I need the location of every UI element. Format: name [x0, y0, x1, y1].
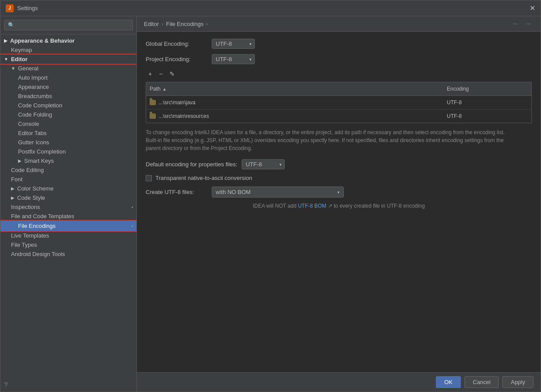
info-text: To change encoding IntelliJ IDEA uses fo…	[146, 128, 507, 152]
close-button[interactable]: ✕	[530, 4, 535, 12]
sidebar-label: Color Scheme	[17, 185, 53, 192]
nav-forward-arrow[interactable]: →	[523, 20, 534, 28]
table-header: Path ▲ Encoding	[146, 82, 531, 96]
create-utf8-select-wrapper: with NO BOM with BOM with BOM (if needed…	[212, 187, 344, 198]
sidebar-label: Android Design Tools	[11, 251, 65, 257]
global-encoding-row: Global Encoding: UTF-8 UTF-16 ISO-8859-1	[146, 39, 532, 49]
table-row[interactable]: ...\src\main\java UTF-8	[146, 96, 531, 110]
breadcrumb-separator: ›	[162, 21, 163, 27]
sidebar-item-console[interactable]: Console	[0, 119, 136, 128]
chevron-right-icon: ▶	[11, 195, 15, 200]
project-encoding-select-wrapper: UTF-8 UTF-16 ISO-8859-1	[212, 54, 255, 64]
chevron-right-icon: ▶	[4, 38, 7, 43]
transparent-conversion-checkbox[interactable]	[146, 175, 152, 181]
sidebar-item-android-design-tools[interactable]: Android Design Tools	[0, 249, 136, 259]
create-utf8-select[interactable]: with NO BOM with BOM with BOM (if needed…	[212, 187, 344, 198]
sidebar-item-appearance-behavior[interactable]: ▶ Appearance & Behavior	[0, 36, 136, 45]
edit-button[interactable]: ✎	[167, 70, 177, 78]
global-encoding-select[interactable]: UTF-8 UTF-16 ISO-8859-1	[212, 39, 255, 49]
create-utf8-label: Create UTF-8 files:	[146, 189, 207, 195]
sidebar-item-file-encodings[interactable]: File Encodings ▪	[0, 221, 136, 231]
sidebar-label: Code Completion	[18, 102, 62, 109]
sidebar-label: Inspections	[11, 204, 40, 210]
sidebar-item-inspections[interactable]: Inspections ▪	[0, 202, 136, 212]
tree-area: ▶ Appearance & Behavior Keymap ▼ Editor …	[0, 34, 136, 377]
bottom-bar: OK Cancel Apply	[137, 372, 541, 392]
default-encoding-select[interactable]: UTF-8 UTF-16 ISO-8859-1	[242, 159, 285, 169]
sort-icon: ▲	[162, 87, 167, 92]
chevron-right-icon: ▶	[11, 186, 15, 191]
sidebar: ▶ Appearance & Behavior Keymap ▼ Editor …	[0, 16, 137, 392]
sidebar-item-code-completion[interactable]: Code Completion	[0, 101, 136, 110]
default-encoding-select-wrapper: UTF-8 UTF-16 ISO-8859-1	[242, 159, 285, 169]
sidebar-label: General	[18, 65, 38, 72]
sidebar-item-file-types[interactable]: File Types	[0, 240, 136, 249]
sidebar-label: Code Editing	[11, 167, 44, 173]
sidebar-item-live-templates[interactable]: Live Templates	[0, 231, 136, 240]
table-row[interactable]: ...\src\main\resources UTF-8	[146, 110, 531, 123]
app-icon: J	[6, 4, 14, 12]
ok-button[interactable]: OK	[436, 376, 461, 388]
sidebar-item-gutter-icons[interactable]: Gutter Icons	[0, 138, 136, 147]
sidebar-item-postfix-completion[interactable]: Postfix Completion	[0, 147, 136, 156]
transparent-conversion-row: Transparent native-to-ascii conversion	[146, 175, 532, 181]
global-encoding-select-wrapper: UTF-8 UTF-16 ISO-8859-1	[212, 39, 255, 49]
sidebar-item-code-style[interactable]: ▶ Code Style	[0, 193, 136, 202]
settings-window: J Settings ✕ ▶ Appearance & Behavior Key…	[0, 0, 541, 392]
sidebar-item-breadcrumbs[interactable]: Breadcrumbs	[0, 92, 136, 101]
sidebar-item-general[interactable]: ▼ General	[0, 64, 136, 73]
main-panel: Editor › File Encodings ▪ ← → Global Enc…	[137, 16, 541, 392]
add-button[interactable]: +	[146, 70, 155, 78]
search-input[interactable]	[4, 20, 133, 30]
sidebar-label: File and Code Templates	[11, 213, 74, 220]
default-encoding-label: Default encoding for properties files:	[146, 161, 237, 168]
toolbar-row: + − ✎	[146, 70, 532, 78]
content-area: ▶ Appearance & Behavior Keymap ▼ Editor …	[0, 16, 541, 392]
sidebar-label: Code Folding	[18, 111, 52, 118]
search-box	[0, 16, 136, 34]
sidebar-bottom: ?	[0, 377, 136, 392]
sidebar-item-editor-tabs[interactable]: Editor Tabs	[0, 128, 136, 138]
breadcrumb-current: File Encodings	[166, 21, 203, 27]
column-header-encoding: Encoding	[443, 84, 531, 94]
sidebar-label: Editor	[11, 56, 28, 62]
sidebar-label: Appearance	[18, 84, 49, 90]
breadcrumb-bar: Editor › File Encodings ▪ ← →	[137, 16, 541, 32]
window-title: Settings	[17, 5, 38, 11]
info-link-row: IDEA will NOT add UTF-8 BOM ↗ to every c…	[146, 203, 532, 209]
sidebar-item-keymap[interactable]: Keymap	[0, 45, 136, 55]
encoding-cell: UTF-8	[443, 98, 531, 107]
chevron-right-icon: ▶	[18, 158, 22, 163]
sidebar-item-editor[interactable]: ▼ Editor	[0, 55, 136, 64]
help-icon[interactable]: ?	[4, 381, 7, 388]
create-utf8-row: Create UTF-8 files: with NO BOM with BOM…	[146, 187, 532, 198]
sidebar-label: Smart Keys	[24, 158, 54, 164]
sidebar-item-code-editing[interactable]: Code Editing	[0, 165, 136, 175]
project-encoding-select[interactable]: UTF-8 UTF-16 ISO-8859-1	[212, 54, 255, 64]
utf8-bom-link[interactable]: UTF-8 BOM	[298, 203, 327, 209]
sidebar-item-color-scheme[interactable]: ▶ Color Scheme	[0, 184, 136, 193]
info-link-text: IDEA will NOT add	[253, 203, 296, 209]
chevron-down-icon: ▼	[11, 66, 15, 71]
nav-back-arrow[interactable]: ←	[511, 20, 521, 28]
path-cell: ...\src\main\resources	[146, 111, 443, 121]
sidebar-label: Console	[18, 121, 39, 127]
sidebar-label: Editor Tabs	[18, 130, 47, 136]
sidebar-item-code-folding[interactable]: Code Folding	[0, 110, 136, 119]
sidebar-item-appearance[interactable]: Appearance	[0, 82, 136, 92]
sidebar-item-smart-keys[interactable]: ▶ Smart Keys	[0, 156, 136, 165]
titlebar: J Settings ✕	[0, 0, 541, 16]
sidebar-label: Postfix Completion	[18, 148, 66, 155]
window-icon: ▪	[132, 205, 133, 209]
sidebar-item-font[interactable]: Font	[0, 175, 136, 184]
column-header-path: Path ▲	[146, 84, 443, 94]
main-content: Global Encoding: UTF-8 UTF-16 ISO-8859-1…	[137, 32, 541, 372]
sidebar-item-auto-import[interactable]: Auto Import	[0, 73, 136, 82]
sidebar-item-file-code-templates[interactable]: File and Code Templates	[0, 212, 136, 221]
encodings-table: Path ▲ Encoding ...\src\main\java	[146, 82, 532, 123]
remove-button[interactable]: −	[156, 70, 165, 78]
apply-button[interactable]: Apply	[502, 376, 534, 388]
default-encoding-row: Default encoding for properties files: U…	[146, 159, 532, 169]
breadcrumb-parent: Editor	[144, 21, 159, 27]
cancel-button[interactable]: Cancel	[464, 376, 499, 388]
